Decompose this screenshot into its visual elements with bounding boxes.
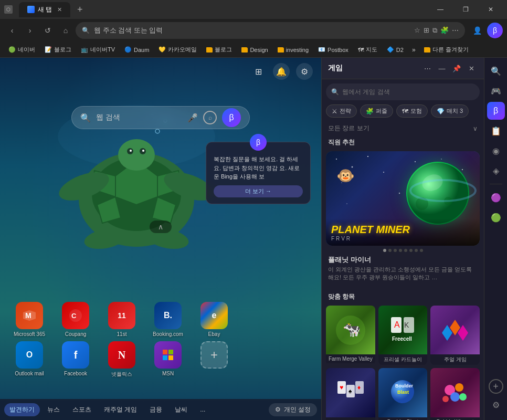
ntp-lens-button[interactable]: ⌕: [203, 111, 217, 124]
bookmark-blog1[interactable]: 📝 블로그: [40, 45, 76, 55]
window-controls-right: — ❐ ✕: [428, 0, 503, 19]
nav-news[interactable]: 뉴스: [42, 403, 65, 416]
genre-match3[interactable]: 💎 매치 3: [431, 104, 469, 118]
app-11st[interactable]: 11 11st: [103, 302, 141, 337]
match3-icon: 💎: [437, 108, 445, 115]
tab-close-button[interactable]: ✕: [57, 6, 62, 13]
bookmark-naver[interactable]: 🟢 네이버: [4, 45, 39, 55]
back-button[interactable]: ‹: [4, 23, 20, 38]
featured-game-card[interactable]: 🐵 PLANET MINER FRVR: [326, 151, 480, 246]
games-minimize-button[interactable]: —: [436, 62, 448, 75]
nav-casual-games[interactable]: 캐주얼 게임: [99, 403, 142, 416]
games-more-button[interactable]: ⋯: [421, 62, 434, 75]
games-panel-scroll[interactable]: ⚔ 전략 🧩 퍼즐 🗺 모험 💎 매치 3 모든 장르 보기 ∨: [322, 104, 484, 420]
genre-strategy[interactable]: ⚔ 전략: [326, 104, 357, 118]
app-outlook[interactable]: O Outlook mail: [10, 341, 48, 378]
games-search-input[interactable]: [342, 88, 474, 96]
minimize-button[interactable]: —: [428, 0, 452, 19]
nav-discover[interactable]: 발견하기: [4, 403, 40, 416]
app-booking[interactable]: B. Booking.com: [149, 302, 187, 337]
genre-match3-label: 매치 3: [447, 107, 463, 115]
rs-icon-extra1[interactable]: 🟣: [487, 188, 505, 206]
scroll-up-indicator[interactable]: ∧: [150, 220, 172, 233]
add-app-button[interactable]: +: [195, 341, 233, 378]
adventure-icon: 🗺: [402, 108, 408, 115]
refresh-button[interactable]: ↺: [40, 23, 56, 38]
game-boulder-blast[interactable]: Boulder Blast Boulder Blast: [378, 368, 428, 420]
maximize-button[interactable]: ❐: [453, 0, 478, 19]
rs-circle-button[interactable]: ◉: [487, 142, 505, 160]
tab-search-icon[interactable]: ⊞: [424, 26, 429, 35]
games-search-bar[interactable]: 🔍: [326, 83, 480, 100]
game-bubble-wipeout[interactable]: Bubble Wipeout: [430, 368, 480, 420]
app-coupang[interactable]: C Coupang: [57, 302, 94, 337]
bing-copilot-button[interactable]: β: [487, 23, 503, 38]
rs-outlook-button[interactable]: 📋: [487, 122, 505, 140]
rs-games-button[interactable]: 🎮: [487, 82, 505, 100]
game-solitaire[interactable]: ♥ ♠ ♦ 솔리테어 카드게임: [326, 368, 375, 420]
ntp-search-bar[interactable]: 🔍 웹 검색 🎤 ⌕ β: [71, 106, 250, 129]
carousel-dot-2[interactable]: [388, 249, 392, 252]
carousel-dot-4[interactable]: [399, 249, 402, 252]
games-close-button[interactable]: ✕: [465, 62, 478, 75]
nav-sports[interactable]: 스포츠: [67, 403, 97, 416]
ntp-mic-icon[interactable]: 🎤: [187, 113, 198, 123]
more-icon[interactable]: ⋯: [452, 26, 459, 35]
carousel-dot-3[interactable]: [394, 249, 397, 252]
rs-settings-button[interactable]: ⚙: [487, 396, 505, 414]
app-microsoft365[interactable]: M Microsoft 365: [10, 302, 48, 337]
genre-puzzle[interactable]: 🧩 퍼즐: [360, 104, 393, 118]
carousel-dot-1[interactable]: [383, 249, 386, 252]
carousel-dot-8[interactable]: [420, 249, 423, 252]
games-pin-button[interactable]: 📌: [450, 62, 463, 75]
carousel-dot-5[interactable]: [404, 249, 407, 252]
forward-button[interactable]: ›: [22, 23, 38, 38]
bookmark-postbox[interactable]: 📧 Postbox: [314, 45, 353, 54]
star-icon[interactable]: ☆: [414, 26, 420, 35]
game-farm-merge-valley[interactable]: 🐄 Farm Merge Valley: [326, 306, 375, 365]
personalize-button[interactable]: ⚙ 개인 설정: [269, 403, 317, 416]
app-netflix[interactable]: N 넷플릭스: [103, 341, 141, 378]
svg-point-12: [142, 150, 144, 152]
game-freecell[interactable]: A K Freecell 프리셀 카드놀이: [378, 306, 428, 365]
app-ebay[interactable]: e Ebay: [195, 302, 233, 337]
bookmark-investing[interactable]: investing: [273, 46, 313, 54]
bookmark-kakaomail[interactable]: 💛 카카오메일: [154, 45, 201, 55]
bookmark-blog2[interactable]: 블로그: [202, 45, 236, 55]
app-msn[interactable]: MSN: [149, 341, 187, 378]
bing-more-button[interactable]: 더 보기 →: [214, 185, 303, 197]
nav-more[interactable]: ...: [195, 404, 210, 415]
new-tab-button[interactable]: +: [72, 2, 87, 17]
ntp-bing-button[interactable]: β: [222, 108, 241, 127]
rs-discover-button[interactable]: ◈: [487, 162, 505, 180]
game-jewelry[interactable]: 주얼 게임: [430, 306, 480, 365]
nav-finance[interactable]: 금융: [144, 403, 167, 416]
apps-grid-button[interactable]: ⊞: [250, 63, 267, 80]
active-tab[interactable]: 새 탭 ✕: [19, 2, 70, 17]
bookmarks-more-button[interactable]: »: [409, 45, 419, 55]
profile-icon[interactable]: 👤: [469, 23, 485, 38]
bookmark-map[interactable]: 🗺 지도: [354, 45, 382, 55]
address-box[interactable]: 🔍 웹 주소 검색 또는 입력 ☆ ⊞ ⧉ 🧩 ⋯: [76, 22, 465, 39]
bookmark-navertv[interactable]: 📺 네이버TV: [77, 45, 119, 55]
notification-button[interactable]: 🔔: [273, 63, 290, 80]
app-facebook[interactable]: f Facebook: [57, 341, 94, 378]
carousel-dot-6[interactable]: [409, 249, 413, 252]
bookmark-daum[interactable]: 🔵 Daum: [120, 45, 153, 54]
nav-weather[interactable]: 날씨: [170, 403, 193, 416]
home-button[interactable]: ⌂: [58, 23, 73, 38]
bookmark-design[interactable]: Design: [237, 46, 272, 54]
bookmark-d2[interactable]: 🔷 D2: [383, 45, 408, 54]
split-view-icon[interactable]: ⧉: [432, 26, 437, 35]
ntp-settings-button[interactable]: ⚙: [296, 63, 313, 80]
extension-icon[interactable]: 🧩: [440, 26, 449, 35]
close-button[interactable]: ✕: [479, 0, 503, 19]
rs-search-button[interactable]: 🔍: [487, 62, 505, 80]
genre-adventure[interactable]: 🗺 모험: [396, 104, 428, 118]
bookmark-more-folder[interactable]: 다른 즐겨찾기: [420, 45, 473, 55]
rs-add-button[interactable]: +: [489, 379, 503, 394]
rs-icon-extra2[interactable]: 🟢: [487, 208, 505, 226]
rs-copilot-button[interactable]: β: [487, 102, 505, 120]
carousel-dot-7[interactable]: [415, 249, 418, 252]
view-all-button[interactable]: 모든 장르 보기: [328, 124, 369, 133]
